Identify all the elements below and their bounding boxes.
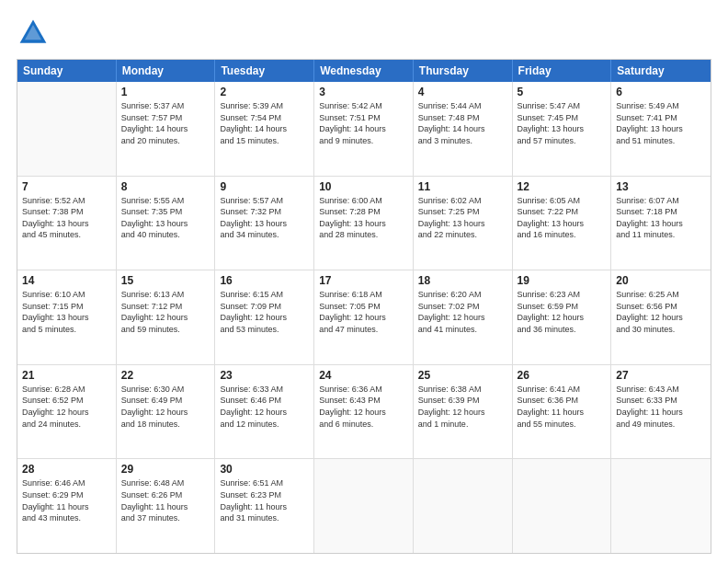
calendar-cell: 3Sunrise: 5:42 AMSunset: 7:51 PMDaylight…: [314, 82, 414, 176]
cell-line: Daylight: 14 hours: [220, 123, 309, 135]
cell-line: Sunset: 6:43 PM: [319, 395, 408, 407]
cell-line: Sunrise: 5:57 AM: [220, 195, 309, 207]
cell-line: and 47 minutes.: [319, 324, 408, 336]
cell-line: Daylight: 12 hours: [616, 312, 706, 324]
cell-line: and 24 minutes.: [22, 419, 111, 431]
cell-line: Daylight: 12 hours: [121, 312, 210, 324]
cell-line: Daylight: 12 hours: [220, 312, 309, 324]
cell-line: and 53 minutes.: [220, 324, 309, 336]
cell-line: Sunrise: 6:48 AM: [121, 477, 210, 489]
cell-line: Sunset: 6:46 PM: [220, 395, 309, 407]
cell-line: Sunset: 7:05 PM: [319, 301, 408, 313]
day-number: 5: [518, 86, 607, 98]
cell-line: Sunset: 7:38 PM: [22, 206, 111, 218]
cell-line: and 5 minutes.: [22, 324, 111, 336]
day-number: 26: [518, 369, 607, 382]
cell-line: Daylight: 12 hours: [121, 407, 210, 419]
cell-line: Sunset: 6:36 PM: [518, 395, 607, 407]
cell-line: and 11 minutes.: [616, 229, 706, 241]
day-number: 24: [319, 369, 408, 382]
calendar-cell: 23Sunrise: 6:33 AMSunset: 6:46 PMDayligh…: [215, 365, 314, 459]
day-number: 2: [220, 86, 309, 98]
cell-line: Sunset: 6:56 PM: [616, 301, 706, 313]
cell-line: Sunset: 6:49 PM: [121, 395, 210, 407]
day-number: 16: [220, 274, 309, 287]
day-number: 8: [121, 180, 210, 193]
cell-line: and 31 minutes.: [220, 512, 309, 524]
header-cell-thursday: Thursday: [414, 60, 513, 82]
header-cell-friday: Friday: [513, 60, 612, 82]
day-number: 17: [319, 274, 408, 287]
cell-line: Sunset: 6:29 PM: [22, 489, 111, 501]
cell-line: Sunrise: 6:25 AM: [616, 289, 706, 301]
cell-line: and 1 minute.: [418, 419, 507, 431]
cell-line: and 30 minutes.: [616, 324, 706, 336]
cell-line: and 55 minutes.: [518, 419, 607, 431]
cell-line: Daylight: 11 hours: [121, 501, 210, 513]
cell-line: Sunrise: 5:52 AM: [22, 195, 111, 207]
day-number: 18: [418, 274, 507, 287]
header: [17, 17, 711, 50]
cell-line: Sunrise: 5:37 AM: [121, 100, 210, 112]
day-number: 27: [616, 369, 706, 382]
day-number: 14: [22, 274, 111, 287]
cell-line: Sunrise: 6:18 AM: [319, 289, 408, 301]
cell-line: Sunrise: 6:10 AM: [22, 289, 111, 301]
cell-line: and 57 minutes.: [518, 135, 607, 147]
cell-line: and 18 minutes.: [121, 419, 210, 431]
day-number: 21: [22, 369, 111, 382]
cell-line: Daylight: 13 hours: [418, 218, 507, 230]
cell-line: Daylight: 13 hours: [22, 218, 111, 230]
cell-line: Daylight: 13 hours: [518, 123, 607, 135]
cell-line: Sunset: 7:45 PM: [518, 112, 607, 124]
cell-line: Daylight: 13 hours: [518, 218, 607, 230]
cell-line: Daylight: 11 hours: [616, 407, 706, 419]
cell-line: Sunrise: 5:42 AM: [319, 100, 408, 112]
cell-line: Sunset: 7:41 PM: [616, 112, 706, 124]
calendar-cell: 2Sunrise: 5:39 AMSunset: 7:54 PMDaylight…: [215, 82, 314, 176]
cell-line: Daylight: 12 hours: [418, 407, 507, 419]
cell-line: Sunset: 7:51 PM: [319, 112, 408, 124]
logo-icon: [17, 17, 50, 50]
calendar-cell: 15Sunrise: 6:13 AMSunset: 7:12 PMDayligh…: [117, 270, 216, 364]
cell-line: Daylight: 14 hours: [121, 123, 210, 135]
day-number: 25: [418, 369, 507, 382]
cell-line: Daylight: 12 hours: [319, 407, 408, 419]
cell-line: and 45 minutes.: [22, 229, 111, 241]
cell-line: and 22 minutes.: [418, 229, 507, 241]
day-number: 22: [121, 369, 210, 382]
cell-line: Sunset: 6:52 PM: [22, 395, 111, 407]
calendar-cell: 21Sunrise: 6:28 AMSunset: 6:52 PMDayligh…: [17, 365, 117, 459]
cell-line: Sunset: 7:22 PM: [518, 206, 607, 218]
cell-line: Sunrise: 6:15 AM: [220, 289, 309, 301]
calendar-cell: 18Sunrise: 6:20 AMSunset: 7:02 PMDayligh…: [414, 270, 513, 364]
cell-line: Sunset: 6:26 PM: [121, 489, 210, 501]
day-number: 6: [616, 86, 706, 98]
cell-line: Daylight: 11 hours: [22, 501, 111, 513]
day-number: 13: [616, 180, 706, 193]
day-number: 7: [22, 180, 111, 193]
cell-line: Daylight: 13 hours: [121, 218, 210, 230]
cell-line: Daylight: 13 hours: [616, 123, 706, 135]
cell-line: Sunrise: 5:55 AM: [121, 195, 210, 207]
calendar-cell: 20Sunrise: 6:25 AMSunset: 6:56 PMDayligh…: [611, 270, 711, 364]
cell-line: Daylight: 11 hours: [518, 407, 607, 419]
cell-line: Sunrise: 6:07 AM: [616, 195, 706, 207]
cell-line: Daylight: 13 hours: [319, 218, 408, 230]
calendar-header: SundayMondayTuesdayWednesdayThursdayFrid…: [17, 60, 711, 82]
calendar-cell: 19Sunrise: 6:23 AMSunset: 6:59 PMDayligh…: [513, 270, 612, 364]
header-cell-sunday: Sunday: [17, 60, 117, 82]
calendar-cell: 14Sunrise: 6:10 AMSunset: 7:15 PMDayligh…: [17, 270, 117, 364]
cell-line: Sunset: 7:18 PM: [616, 206, 706, 218]
calendar-row-3: 14Sunrise: 6:10 AMSunset: 7:15 PMDayligh…: [17, 270, 711, 365]
calendar-cell: [314, 459, 414, 553]
cell-line: and 51 minutes.: [616, 135, 706, 147]
cell-line: Daylight: 11 hours: [220, 501, 309, 513]
calendar-cell: 6Sunrise: 5:49 AMSunset: 7:41 PMDaylight…: [611, 82, 711, 176]
cell-line: and 3 minutes.: [418, 135, 507, 147]
calendar-cell: 1Sunrise: 5:37 AMSunset: 7:57 PMDaylight…: [117, 82, 216, 176]
cell-line: Sunrise: 5:49 AM: [616, 100, 706, 112]
day-number: 28: [22, 463, 111, 476]
day-number: 19: [518, 274, 607, 287]
calendar-cell: 11Sunrise: 6:02 AMSunset: 7:25 PMDayligh…: [414, 177, 513, 270]
